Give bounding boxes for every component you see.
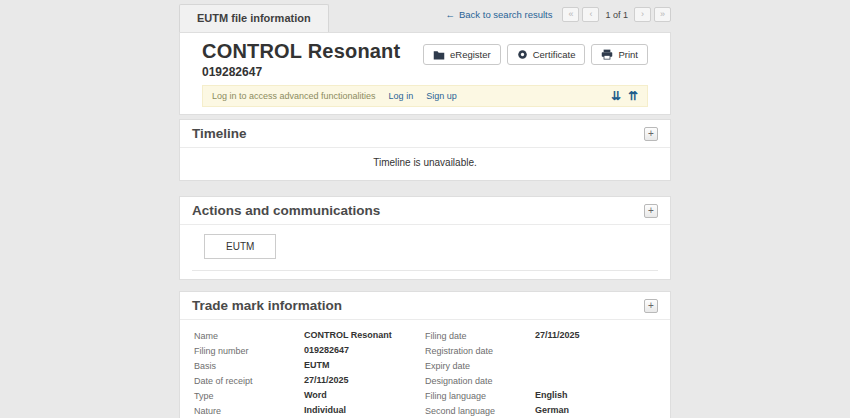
pagination-label: 1 of 1: [605, 10, 628, 20]
field-value: EUTM: [304, 360, 330, 371]
table-row: Filing language English: [425, 390, 656, 401]
field-label: Second language: [425, 405, 535, 416]
field-value: English: [535, 390, 568, 401]
login-notice-bar: Log in to access advanced functionalitie…: [202, 85, 648, 107]
trademark-section-header: Trade mark information +: [180, 292, 670, 320]
printer-icon: [601, 49, 613, 60]
top-bar: EUTM file information ← Back to search r…: [179, 4, 671, 32]
eregister-button-label: eRegister: [450, 49, 491, 60]
trademark-section-title: Trade mark information: [192, 298, 342, 313]
table-row: Second language German: [425, 405, 656, 416]
login-message: Log in to access advanced functionalitie…: [212, 91, 376, 101]
field-label: Nature: [194, 405, 304, 416]
back-link-label: Back to search results: [459, 9, 552, 20]
header-action-buttons: eRegister Certificate Print: [423, 40, 648, 79]
field-label: Basis: [194, 360, 304, 371]
actions-section-header: Actions and communications +: [180, 197, 670, 225]
back-to-search-results-link[interactable]: ← Back to search results: [446, 9, 553, 20]
field-label: Filing language: [425, 390, 535, 401]
pagination-last-button[interactable]: »: [654, 7, 671, 22]
timeline-section: Timeline + Timeline is unavailable.: [179, 119, 671, 181]
timeline-unavailable-message: Timeline is unavailable.: [180, 148, 670, 180]
field-value: CONTROL Resonant: [304, 330, 392, 341]
timeline-expand-button[interactable]: +: [644, 127, 658, 141]
field-label: Filing date: [425, 330, 535, 341]
field-label: Registration date: [425, 345, 535, 356]
log-in-link[interactable]: Log in: [389, 91, 414, 101]
trademark-details: Name CONTROL Resonant Filing number 0192…: [180, 320, 670, 418]
print-button-label: Print: [618, 49, 638, 60]
expand-collapse-controls: ⇊ ⇈: [611, 90, 638, 102]
title-block: CONTROL Resonant 019282647: [202, 40, 400, 79]
tab-eutm-file-information[interactable]: EUTM file information: [179, 4, 329, 32]
field-label: Date of receipt: [194, 375, 304, 386]
folder-icon: [433, 50, 445, 60]
pagination-next-button[interactable]: ›: [634, 7, 651, 22]
table-row: Nature Individual: [194, 405, 425, 416]
pagination-prev-button[interactable]: ‹: [582, 7, 599, 22]
timeline-section-title: Timeline: [192, 126, 247, 141]
field-value: 27/11/2025: [535, 330, 580, 341]
trademark-expand-button[interactable]: +: [644, 299, 658, 313]
field-label: Name: [194, 330, 304, 341]
table-row: Basis EUTM: [194, 360, 425, 371]
eregister-button[interactable]: eRegister: [423, 44, 501, 65]
actions-section-body: EUTM: [180, 225, 670, 279]
table-row: Type Word: [194, 390, 425, 401]
trademark-header-card: CONTROL Resonant 019282647 eRegister Cer…: [179, 32, 671, 115]
field-value: 019282647: [304, 345, 349, 356]
page-title: CONTROL Resonant: [202, 40, 400, 63]
certificate-button[interactable]: Certificate: [507, 44, 586, 65]
back-arrow-icon: ←: [446, 9, 456, 20]
actions-tab-divider: [192, 270, 658, 279]
trademark-left-column: Name CONTROL Resonant Filing number 0192…: [194, 330, 425, 418]
sign-up-link[interactable]: Sign up: [426, 91, 457, 101]
filing-number-heading: 019282647: [202, 65, 400, 79]
field-value: German: [535, 405, 569, 416]
actions-communications-section: Actions and communications + EUTM: [179, 196, 671, 280]
table-row: Filing number 019282647: [194, 345, 425, 356]
table-row: Date of receipt 27/11/2025: [194, 375, 425, 386]
pagination: « ‹ 1 of 1 › »: [562, 7, 671, 22]
table-row: Registration date: [425, 345, 656, 356]
table-row: Filing date 27/11/2025: [425, 330, 656, 341]
collapse-all-icon[interactable]: ⇈: [628, 90, 638, 102]
title-row: CONTROL Resonant 019282647 eRegister Cer…: [202, 40, 648, 79]
table-row: Designation date: [425, 375, 656, 386]
certificate-button-label: Certificate: [533, 49, 576, 60]
field-label: Type: [194, 390, 304, 401]
page-content: EUTM file information ← Back to search r…: [179, 0, 671, 418]
trademark-information-section: Trade mark information + Name CONTROL Re…: [179, 291, 671, 418]
pagination-first-button[interactable]: «: [562, 7, 579, 22]
timeline-section-header: Timeline +: [180, 120, 670, 148]
actions-section-title: Actions and communications: [192, 203, 380, 218]
top-right-controls: ← Back to search results « ‹ 1 of 1 › »: [446, 4, 672, 22]
print-button[interactable]: Print: [591, 44, 648, 65]
field-label: Expiry date: [425, 360, 535, 371]
table-row: Expiry date: [425, 360, 656, 371]
table-row: Name CONTROL Resonant: [194, 330, 425, 341]
certificate-seal-icon: [517, 49, 528, 60]
field-label: Designation date: [425, 375, 535, 386]
expand-all-icon[interactable]: ⇊: [611, 90, 621, 102]
tab-eutm[interactable]: EUTM: [204, 234, 276, 259]
field-value: Individual: [304, 405, 346, 416]
field-value: Word: [304, 390, 327, 401]
trademark-right-column: Filing date 27/11/2025 Registration date…: [425, 330, 656, 418]
field-value: 27/11/2025: [304, 375, 349, 386]
actions-expand-button[interactable]: +: [644, 204, 658, 218]
field-label: Filing number: [194, 345, 304, 356]
